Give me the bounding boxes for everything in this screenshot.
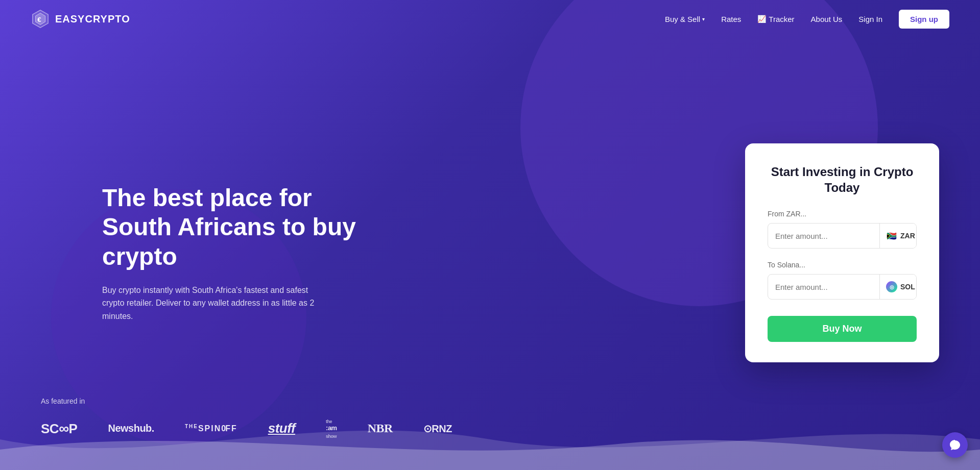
header: € EASYCRYPTO Buy & Sell ▾ Rates 📈 Tracke… (0, 0, 980, 38)
from-input-row: 🇿🇦 ZAR ▾ (768, 223, 917, 249)
chat-bubble-button[interactable] (942, 432, 968, 458)
nav-tracker[interactable]: 📈 Tracker (757, 15, 794, 23)
from-currency-selector[interactable]: 🇿🇦 ZAR ▾ (879, 224, 917, 248)
logo-icon: € (31, 9, 50, 29)
rnz-logo: ⊙RNZ (423, 423, 452, 435)
to-currency-selector[interactable]: ◎ SOL ▾ (879, 275, 917, 299)
card-title: Start Investing in Crypto Today (768, 164, 917, 195)
main-nav: Buy & Sell ▾ Rates 📈 Tracker About Us Si… (665, 10, 949, 29)
from-amount-input[interactable] (768, 224, 879, 248)
buy-now-button[interactable]: Buy Now (768, 316, 917, 342)
to-amount-input[interactable] (768, 275, 879, 299)
hero-title: The best place for South Africans to buy… (102, 183, 368, 271)
to-input-row: ◎ SOL ▾ (768, 274, 917, 300)
sol-icon: ◎ (886, 281, 897, 292)
nbr-logo: NBR (368, 422, 393, 435)
from-label: From ZAR... (768, 210, 917, 218)
chevron-down-icon: ▾ (702, 16, 705, 22)
to-currency-label: SOL (900, 283, 915, 291)
signup-button[interactable]: Sign up (899, 10, 949, 29)
from-currency-label: ZAR (900, 232, 915, 240)
nav-signin[interactable]: Sign In (858, 15, 882, 23)
nav-buy-sell[interactable]: Buy & Sell ▾ (665, 15, 705, 23)
stuff-logo: stuff (268, 420, 295, 436)
svg-text:€: € (37, 16, 41, 23)
media-logos-row: SC∞P Newshub. THESPIN0FF stuff the:amsho… (41, 417, 939, 439)
newshub-logo: Newshub. (108, 423, 154, 434)
to-field: To Solana... ◎ SOL ▾ (768, 261, 917, 300)
logo-text: EASYCRYPTO (55, 13, 130, 25)
logo-link[interactable]: € EASYCRYPTO (31, 9, 130, 29)
from-field: From ZAR... 🇿🇦 ZAR ▾ (768, 210, 917, 249)
crypto-card: Start Investing in Crypto Today From ZAR… (745, 143, 939, 362)
chart-icon: 📈 (757, 15, 766, 23)
nav-rates[interactable]: Rates (721, 15, 741, 23)
scoop-logo: SC∞P (41, 420, 77, 437)
hero-subtitle: Buy crypto instantly with South Africa's… (102, 284, 332, 323)
hero-section: € EASYCRYPTO Buy & Sell ▾ Rates 📈 Tracke… (0, 0, 980, 470)
featured-section: As featured in SC∞P Newshub. THESPIN0FF … (41, 397, 939, 439)
chat-icon (949, 439, 961, 451)
hero-left: The best place for South Africans to buy… (102, 183, 368, 323)
zar-flag-icon: 🇿🇦 (886, 230, 897, 241)
to-label: To Solana... (768, 261, 917, 269)
nav-about[interactable]: About Us (811, 15, 843, 23)
featured-label: As featured in (41, 397, 939, 405)
spinoff-logo: THESPIN0FF (185, 424, 237, 433)
iam-show-logo: the:amshow (326, 417, 337, 439)
